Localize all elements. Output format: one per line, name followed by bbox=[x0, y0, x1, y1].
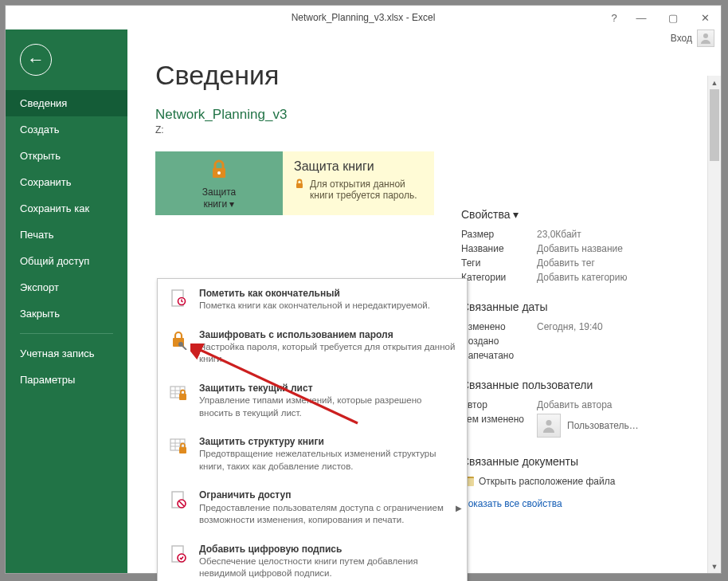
prop-categories: КатегорииДобавить категорию bbox=[461, 272, 700, 283]
prop-tags: ТегиДобавить тег bbox=[461, 257, 700, 269]
prop-title: НазваниеДобавить название bbox=[461, 243, 700, 254]
document-final-icon bbox=[167, 287, 190, 309]
nav-info[interactable]: Сведения bbox=[6, 90, 127, 116]
nav-label: Сохранить bbox=[20, 176, 72, 188]
window-title: Network_Planning_v3.xlsx - Excel bbox=[292, 12, 436, 23]
nav-separator bbox=[20, 333, 113, 334]
protect-status-desc: Для открытия данной книги требуется паро… bbox=[310, 179, 423, 201]
sidebar: ← Сведения Создать Открыть Сохранить Сох… bbox=[6, 29, 127, 573]
scroll-thumb[interactable] bbox=[710, 89, 719, 161]
date-printed: Напечатано bbox=[461, 350, 700, 361]
properties-heading[interactable]: Свойства ▾ bbox=[461, 208, 700, 221]
protect-row: Защита книги ▾ Защита книги Для открытия… bbox=[155, 151, 721, 215]
nav-options[interactable]: Параметры bbox=[6, 367, 127, 393]
nav-close[interactable]: Закрыть bbox=[6, 300, 127, 327]
nav-label: Параметры bbox=[20, 374, 75, 386]
close-button[interactable]: ✕ bbox=[689, 6, 721, 29]
protect-button-label: Защита книги ▾ bbox=[202, 186, 237, 210]
document-name: Network_Planning_v3 bbox=[155, 107, 721, 123]
dates-heading: Связанные даты bbox=[461, 300, 700, 313]
add-signature[interactable]: Добавить цифровую подписьОбеспечение цел… bbox=[158, 535, 467, 581]
nav-account[interactable]: Учетная запись bbox=[6, 340, 127, 367]
docs-heading: Связанные документы bbox=[461, 455, 700, 468]
body: ← Сведения Создать Открыть Сохранить Сох… bbox=[6, 29, 721, 573]
document-signature-icon bbox=[167, 543, 190, 565]
titlebar-controls: ? — ▢ ✕ bbox=[603, 6, 721, 29]
arrow-left-icon: ← bbox=[27, 49, 45, 70]
prop-size: Размер23,0Кбайт bbox=[461, 229, 700, 240]
open-file-location[interactable]: Открыть расположение файла bbox=[461, 476, 700, 487]
scroll-up-icon[interactable]: ▲ bbox=[708, 76, 721, 89]
document-restrict-icon bbox=[167, 489, 190, 511]
protect-sheet[interactable]: Защитить текущий листУправление типами и… bbox=[158, 374, 467, 427]
scroll-down-icon[interactable]: ▼ bbox=[708, 559, 721, 573]
back-button[interactable]: ← bbox=[20, 44, 52, 76]
titlebar: Network_Planning_v3.xlsx - Excel ? — ▢ ✕ bbox=[6, 6, 721, 29]
chevron-right-icon: ▶ bbox=[456, 503, 462, 512]
nav-label: Открыть bbox=[20, 150, 61, 162]
minimize-button[interactable]: — bbox=[625, 6, 657, 29]
nav-label: Учетная запись bbox=[20, 347, 95, 359]
prop-author: АвторДобавить автора bbox=[461, 399, 700, 410]
protect-status: Защита книги Для открытия данной книги т… bbox=[283, 151, 434, 215]
encrypt-with-password[interactable]: Зашифровать с использованием пароляНастр… bbox=[158, 320, 467, 374]
lock-key-icon bbox=[167, 328, 190, 351]
prop-modified-by: Кем изменено Пользователь… bbox=[461, 414, 700, 438]
users-heading: Связанные пользователи bbox=[461, 379, 700, 391]
restore-button[interactable]: ▢ bbox=[657, 6, 689, 29]
protect-dropdown: Пометить как окончательныйПометка книги … bbox=[157, 278, 468, 581]
protect-structure[interactable]: Защитить структуру книгиПредотвращение н… bbox=[158, 427, 467, 481]
sheet-lock-icon bbox=[167, 382, 190, 404]
protect-status-title: Защита книги bbox=[294, 159, 423, 174]
help-button[interactable]: ? bbox=[603, 6, 625, 29]
nav-export[interactable]: Экспорт bbox=[6, 274, 127, 300]
svg-rect-3 bbox=[296, 183, 303, 188]
date-created: Создано bbox=[461, 336, 700, 347]
nav-share[interactable]: Общий доступ bbox=[6, 248, 127, 274]
nav-label: Печать bbox=[20, 229, 54, 241]
nav-label: Закрыть bbox=[20, 308, 60, 320]
show-all-properties[interactable]: Показать все свойства bbox=[461, 498, 700, 509]
vertical-scrollbar[interactable]: ▲ ▼ bbox=[707, 76, 721, 573]
person-icon bbox=[541, 418, 557, 434]
last-modified-user[interactable]: Пользователь… bbox=[537, 414, 639, 438]
scroll-track[interactable] bbox=[708, 89, 721, 559]
app-window: Network_Planning_v3.xlsx - Excel ? — ▢ ✕… bbox=[5, 5, 722, 574]
restrict-access[interactable]: Ограничить доступПредоставление пользова… bbox=[158, 481, 467, 534]
svg-rect-10 bbox=[179, 394, 186, 400]
protect-workbook-button[interactable]: Защита книги ▾ bbox=[155, 151, 283, 215]
nav-label: Сведения bbox=[20, 97, 67, 109]
page-title: Сведения bbox=[155, 60, 721, 91]
nav-label: Экспорт bbox=[20, 281, 59, 293]
svg-point-4 bbox=[546, 420, 552, 426]
nav-label: Создать bbox=[20, 124, 59, 135]
mark-as-final[interactable]: Пометить как окончательныйПометка книги … bbox=[158, 279, 467, 320]
nav-label: Сохранить как bbox=[20, 202, 89, 214]
lock-small-icon bbox=[294, 179, 305, 192]
svg-rect-12 bbox=[179, 447, 186, 453]
avatar bbox=[537, 414, 561, 438]
properties-panel: Свойства ▾ Размер23,0Кбайт НазваниеДобав… bbox=[461, 208, 700, 509]
nav-save[interactable]: Сохранить bbox=[6, 169, 127, 195]
workbook-lock-icon bbox=[167, 435, 190, 457]
svg-point-2 bbox=[217, 171, 221, 175]
lock-icon bbox=[207, 157, 231, 183]
nav-print[interactable]: Печать bbox=[6, 222, 127, 248]
nav-open[interactable]: Открыть bbox=[6, 143, 127, 169]
nav-label: Общий доступ bbox=[20, 255, 89, 267]
nav-new[interactable]: Создать bbox=[6, 116, 127, 143]
date-modified: ИзмененоСегодня, 19:40 bbox=[461, 321, 700, 332]
nav-saveas[interactable]: Сохранить как bbox=[6, 195, 127, 222]
document-path: Z: bbox=[155, 124, 721, 135]
